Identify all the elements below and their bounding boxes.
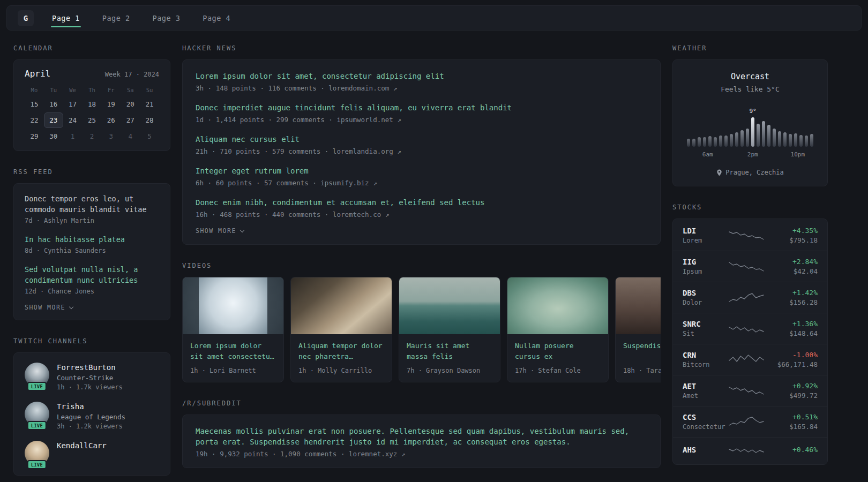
subreddit-post-meta: 19h · 9,932 points · 1,090 comments · lo… — [196, 450, 647, 458]
app-logo[interactable]: G — [18, 10, 34, 26]
stock-row[interactable]: AETAmet+0.92%$499.72 — [673, 375, 827, 406]
stock-values: -1.00%$66,171.48 — [764, 351, 818, 368]
video-card-body: Aliquam tempor dolor nec pharetra…1h · M… — [291, 334, 392, 382]
weather-bar — [692, 139, 695, 147]
weather-bar — [746, 129, 749, 147]
stock-change: +1.36% — [764, 320, 818, 328]
channel-name[interactable]: ForrestBurton — [57, 363, 123, 372]
weather-widget: Overcast Feels like 5°C 9° 6am2pm10pm Pr… — [672, 59, 828, 186]
chevron-down-icon — [69, 304, 73, 308]
video-thumbnail[interactable] — [507, 277, 608, 334]
video-title[interactable]: Mauris sit amet massa felis — [407, 341, 492, 362]
videos-section: VIDEOS Lorem ipsum dolor sit amet consec… — [182, 262, 661, 382]
video-title[interactable]: Suspendisse diam — [623, 341, 661, 362]
stock-identity: CRNBitcorn — [683, 351, 729, 368]
stock-row[interactable]: IIGIpsum+2.84%$42.04 — [673, 251, 827, 282]
tab-page-4[interactable]: Page 4 — [201, 6, 231, 30]
video-thumbnail[interactable] — [616, 277, 661, 334]
weather-bar — [799, 135, 803, 147]
weather-bar — [757, 124, 760, 147]
weather-condition: Overcast — [683, 72, 818, 81]
rss-item: Sed volutpat nulla nisl, a condimentum n… — [25, 264, 159, 295]
calendar-day: 15 — [25, 96, 44, 112]
stock-change: +4.35% — [764, 227, 818, 235]
rss-item-title[interactable]: Sed volutpat nulla nisl, a condimentum n… — [25, 264, 159, 285]
calendar-day: 4 — [121, 129, 140, 144]
hackernews-item-title[interactable]: Donec imperdiet augue tincidunt felis al… — [196, 102, 647, 113]
channel-info: ForrestBurtonCounter-Strike1h · 1.7k vie… — [57, 363, 123, 391]
rss-item: In hac habitasse platea8d · Cynthia Saun… — [25, 234, 159, 254]
calendar-day: 20 — [121, 96, 140, 112]
weather-time-label: 10pm — [791, 151, 805, 158]
weather-bar — [805, 135, 808, 147]
section-title-hackernews: HACKER NEWS — [182, 44, 661, 52]
calendar-section: CALENDAR April Week 17 · 2024 MoTuWeThFr… — [13, 44, 170, 151]
stock-change: -1.00% — [764, 351, 818, 359]
stock-row[interactable]: CCSConsectetur+0.51%$165.84 — [673, 406, 827, 437]
video-card: Mauris sit amet massa felis7h · Grayson … — [399, 277, 500, 382]
video-thumbnail[interactable] — [183, 277, 283, 334]
stock-change: +2.84% — [764, 258, 818, 266]
hackernews-item: Integer eget rutrum lorem6h · 60 points … — [196, 165, 647, 187]
video-card-body: Lorem ipsum dolor sit amet consectetu…1h… — [183, 334, 283, 382]
subreddit-post-title[interactable]: Maecenas mollis pulvinar erat non posuer… — [196, 426, 647, 447]
tab-page-3[interactable]: Page 3 — [152, 6, 182, 30]
stock-price: $795.18 — [764, 236, 818, 244]
video-meta: 17h · Stefan Cole — [515, 367, 601, 374]
hackernews-item-meta: 6h · 60 points · 57 comments · ipsumify.… — [196, 179, 647, 187]
twitch-channel-list: LIVEForrestBurtonCounter-Strike1h · 1.7k… — [25, 363, 159, 465]
stock-row[interactable]: LDILorem+4.35%$795.18 — [673, 220, 827, 251]
weather-time-axis: 6am2pm10pm — [686, 151, 814, 159]
stock-name: Amet — [683, 392, 729, 400]
hackernews-item-title[interactable]: Aliquam nec cursus elit — [196, 134, 647, 145]
right-column: WEATHER Overcast Feels like 5°C 9° 6am2p… — [672, 44, 828, 465]
channel-avatar[interactable]: LIVE — [25, 441, 49, 465]
stock-symbol: AHS — [683, 446, 729, 454]
hackernews-item-title[interactable]: Integer eget rutrum lorem — [196, 165, 647, 176]
hackernews-item-title[interactable]: Lorem ipsum dolor sit amet, consectetur … — [196, 71, 647, 81]
stock-values: +1.42%$156.28 — [764, 289, 818, 306]
rss-show-more-button[interactable]: SHOW MORE — [25, 304, 73, 311]
calendar-weekday: Su — [140, 84, 159, 96]
tab-page-1[interactable]: Page 1 — [51, 6, 81, 30]
video-meta: 7h · Grayson Dawson — [407, 367, 492, 374]
video-title[interactable]: Aliquam tempor dolor nec pharetra… — [298, 341, 384, 362]
stock-row[interactable]: AHS+0.46% — [673, 437, 827, 463]
weather-bar — [735, 132, 738, 147]
stock-row[interactable]: CRNBitcorn-1.00%$66,171.48 — [673, 344, 827, 375]
stock-identity: LDILorem — [683, 227, 729, 244]
stock-row[interactable]: DBSDolor+1.42%$156.28 — [673, 282, 827, 313]
left-column: CALENDAR April Week 17 · 2024 MoTuWeThFr… — [13, 44, 170, 476]
calendar-month: April — [25, 69, 50, 79]
tab-page-2[interactable]: Page 2 — [101, 6, 131, 30]
calendar-day: 16 — [44, 96, 63, 112]
video-title[interactable]: Lorem ipsum dolor sit amet consectetu… — [190, 341, 276, 362]
weather-bar — [714, 137, 717, 147]
stock-row[interactable]: SNRCSit+1.36%$148.64 — [673, 313, 827, 344]
video-thumbnail[interactable] — [399, 277, 500, 334]
channel-avatar[interactable]: LIVE — [25, 363, 49, 387]
video-title[interactable]: Nullam posuere cursus ex — [515, 341, 601, 362]
weather-bar — [724, 135, 728, 147]
rss-item-title[interactable]: In hac habitasse platea — [25, 234, 159, 245]
stock-identity: SNRCSit — [683, 320, 729, 337]
rss-item: Donec tempor eros leo, ut commodo mauris… — [25, 193, 159, 224]
live-badge: LIVE — [27, 460, 47, 469]
channel-name[interactable]: KendallCarr — [57, 441, 107, 450]
channel-avatar[interactable]: LIVE — [25, 402, 49, 426]
section-title-subreddit: /R/SUBREDDIT — [182, 400, 661, 407]
weather-feels-like: Feels like 5°C — [683, 85, 818, 93]
twitch-channel-row: LIVEKendallCarr — [25, 441, 159, 465]
calendar-day: 26 — [101, 112, 121, 128]
rss-item-title[interactable]: Donec tempor eros leo, ut commodo mauris… — [25, 193, 159, 215]
stocks-widget: LDILorem+4.35%$795.18IIGIpsum+2.84%$42.0… — [672, 219, 828, 465]
calendar-weekday: Mo — [25, 84, 44, 96]
video-thumbnail[interactable] — [291, 277, 392, 334]
stock-values: +0.92%$499.72 — [764, 382, 818, 400]
video-meta: 1h · Lori Barnett — [190, 367, 276, 374]
weather-bar — [783, 132, 787, 147]
hackernews-item: Donec enim nibh, condimentum et accumsan… — [196, 197, 647, 219]
hackernews-show-more-button[interactable]: SHOW MORE — [196, 227, 244, 235]
hackernews-item-title[interactable]: Donec enim nibh, condimentum et accumsan… — [196, 197, 647, 208]
channel-name[interactable]: Trisha — [57, 402, 125, 411]
